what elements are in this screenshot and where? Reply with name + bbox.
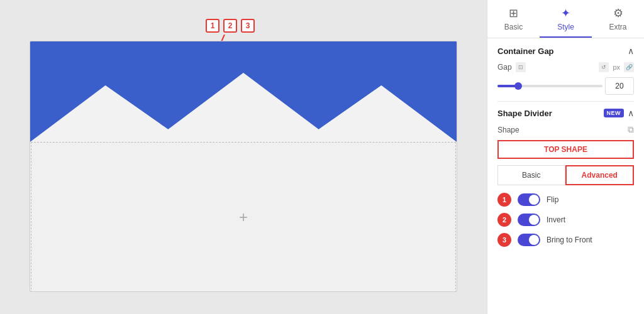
gap-input[interactable] [605,77,634,95]
widget-bottom-area: + [31,142,456,292]
shape-mode-buttons: Basic Advanced [497,165,634,185]
shape-divider-title: Shape Divider [497,109,552,118]
canvas-area: 1 2 3 + [0,0,487,314]
badge-bring-to-front: 3 [497,233,511,247]
badge-3: 3 [241,19,255,33]
top-shape-tabs: TOP SHAPE [497,140,634,159]
basic-shape-button[interactable]: Basic [497,165,565,185]
bring-to-front-label: Bring to Front [547,236,592,244]
shape-label: Shape [497,126,519,134]
px-label: px [613,63,620,71]
shape-divider-toggle[interactable]: ∧ [628,108,634,118]
shape-divider-header: Shape Divider NEW ∧ [497,108,634,118]
badge-1: 1 [206,19,219,33]
new-badge: NEW [604,109,625,117]
slider-thumb[interactable] [514,82,522,90]
gap-slider[interactable] [497,85,602,87]
shape-select-icon[interactable]: ⧉ [628,124,634,135]
monitor-icon[interactable]: ⊡ [516,62,526,72]
flip-label: Flip [547,195,558,204]
tab-basic[interactable]: ⊞ Basic [487,0,540,38]
container-gap-title: Container Gap [497,46,554,56]
widget-frame: + [30,41,457,292]
gap-row: Gap ⊡ ↺ px 🔗 [497,62,634,72]
toggle-knob-bring-to-front [529,235,539,245]
tab-style[interactable]: ✦ Style [540,0,592,38]
container-gap-header: Container Gap ∧ [497,46,634,56]
basic-icon: ⊞ [509,6,518,20]
annotation-badges: 1 2 3 [206,19,255,33]
section-divider [497,101,634,102]
flip-toggle-row: 1 Flip [497,193,634,207]
shape-row: Shape ⧉ [497,124,634,135]
invert-toggle-row: 2 Invert [497,213,634,227]
advanced-shape-button[interactable]: Advanced [565,165,635,185]
style-icon: ✦ [561,6,570,20]
badge-2: 2 [223,19,237,33]
container-gap-toggle[interactable]: ∧ [628,46,634,56]
slider-track [497,85,602,87]
panel-tabs: ⊞ Basic ✦ Style ⚙ Extra [487,0,644,38]
panel-content: Container Gap ∧ Gap ⊡ ↺ px 🔗 Shape Divid… [487,38,644,314]
gap-label: Gap [497,63,512,72]
add-icon[interactable]: + [239,210,248,225]
extra-icon: ⚙ [613,6,623,20]
reset-icon[interactable]: ↺ [599,62,609,72]
bring-to-front-toggle[interactable] [518,234,540,246]
bring-to-front-toggle-row: 3 Bring to Front [497,233,634,247]
tab-basic-label: Basic [504,23,523,31]
invert-label: Invert [547,215,565,224]
top-shape-tab[interactable]: TOP SHAPE [497,140,634,159]
tab-style-label: Style [557,23,574,31]
link-icon[interactable]: 🔗 [624,62,634,72]
flip-toggle[interactable] [518,193,540,206]
tab-extra[interactable]: ⚙ Extra [592,0,644,38]
right-panel: ⊞ Basic ✦ Style ⚙ Extra Container Gap ∧ … [487,0,644,314]
widget-top-shape [30,41,457,142]
badge-flip: 1 [497,193,511,207]
toggle-knob-flip [529,195,539,205]
toggle-knob-invert [529,215,539,225]
badge-invert: 2 [497,213,511,227]
gap-controls [497,77,634,95]
invert-toggle[interactable] [518,214,540,226]
tab-extra-label: Extra [609,23,626,31]
